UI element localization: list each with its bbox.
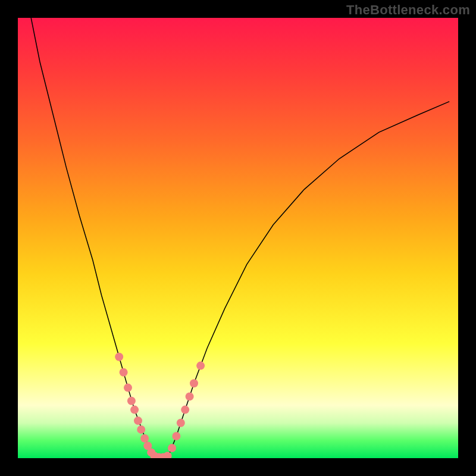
watermark-text: TheBottleneck.com: [346, 2, 470, 18]
data-marker: [164, 452, 172, 458]
data-marker: [190, 379, 198, 387]
data-markers-group: [115, 353, 205, 458]
data-marker: [196, 362, 205, 370]
data-marker: [127, 397, 136, 405]
right-bottleneck-curve: [168, 102, 450, 458]
data-marker: [177, 419, 185, 427]
left-bottleneck-curve: [31, 18, 154, 458]
data-marker: [181, 406, 189, 414]
data-marker: [124, 384, 132, 392]
data-marker: [140, 434, 149, 443]
data-marker: [172, 432, 180, 440]
data-marker: [130, 406, 139, 414]
data-marker: [120, 368, 128, 377]
data-marker: [168, 444, 176, 452]
data-marker: [186, 392, 194, 400]
chart-svg: [18, 18, 458, 458]
data-marker: [134, 416, 142, 425]
data-marker: [115, 353, 123, 361]
data-marker: [137, 425, 145, 434]
chart-plot-area: [18, 18, 458, 458]
